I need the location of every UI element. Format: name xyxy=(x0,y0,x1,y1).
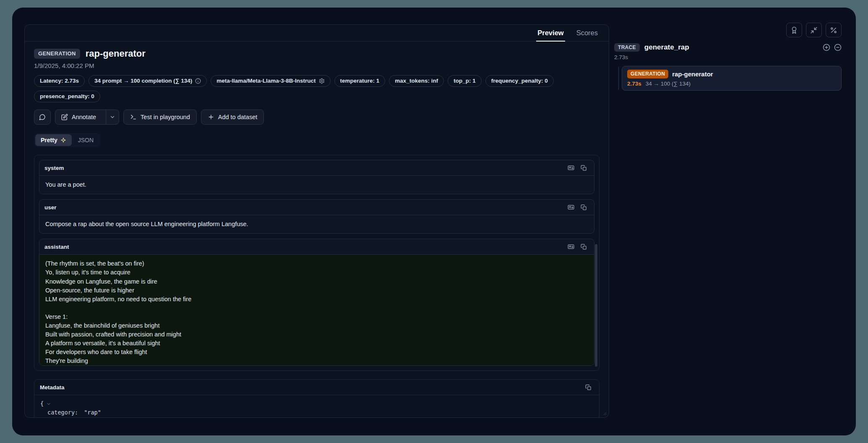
copy-message-button[interactable] xyxy=(578,242,589,252)
model-settings-gear-icon[interactable] xyxy=(319,78,325,84)
plus-icon xyxy=(208,114,214,120)
tree-item-name: rap-generator xyxy=(672,70,713,78)
trace-tree-panel: TRACE generate_rap 2.73s xyxy=(614,23,842,91)
markdown-toggle-button[interactable] xyxy=(566,163,576,173)
langfuse-window: Preview Scores GENERATION rap-generator … xyxy=(12,8,856,435)
tab-scores[interactable]: Scores xyxy=(571,25,604,41)
collapse-panel-button[interactable] xyxy=(806,23,822,37)
annotate-dropdown-button[interactable] xyxy=(106,110,119,124)
collapse-all-button[interactable] xyxy=(834,44,842,51)
token-usage-badge[interactable]: 34 prompt → 100 completion (∑ 134) xyxy=(89,75,207,87)
message-header: system xyxy=(39,160,594,176)
observation-timestamp: 1/9/2025, 4:00:22 PM xyxy=(34,62,600,69)
observation-badges: Latency: 2.73s 34 prompt → 100 completio… xyxy=(34,75,600,102)
frequency-penalty-badge: frequency_penalty: 0 xyxy=(485,75,554,87)
info-icon xyxy=(195,78,201,84)
view-json-label: JSON xyxy=(78,137,94,143)
trace-duration: 2.73s xyxy=(614,54,842,60)
copy-message-button[interactable] xyxy=(578,163,589,173)
trace-panel-toolbar xyxy=(614,23,842,37)
annotate-split-button: Annotate xyxy=(55,109,119,125)
json-close-brace: } xyxy=(40,417,44,417)
metadata-json: { category: "rap" } xyxy=(34,395,599,417)
trace-header: TRACE generate_rap xyxy=(614,43,842,52)
award-icon xyxy=(790,26,798,34)
edit-pencil-icon xyxy=(61,114,68,120)
model-badge-label: meta-llama/Meta-Llama-3-8B-Instruct xyxy=(216,77,315,85)
message-role: user xyxy=(44,204,57,211)
trace-type-badge: TRACE xyxy=(614,43,640,52)
presence-penalty-badge: presence_penalty: 0 xyxy=(34,91,100,102)
copy-icon xyxy=(585,384,592,391)
markdown-icon xyxy=(568,243,574,250)
temperature-badge: temperature: 1 xyxy=(334,75,386,87)
observation-tree: GENERATION rap-generator 2.73s 34 → 100 … xyxy=(614,66,842,91)
scores-award-button[interactable] xyxy=(786,23,802,37)
chevron-down-icon xyxy=(109,114,115,120)
message-tools xyxy=(566,242,589,252)
presence-penalty-badge-label: presence_penalty: 0 xyxy=(40,93,94,100)
message-tools xyxy=(566,163,589,173)
observation-actions: Annotate Test in playground xyxy=(34,109,600,125)
messages-container: system xyxy=(34,155,600,371)
copy-icon xyxy=(581,165,587,171)
test-in-playground-label: Test in playground xyxy=(141,114,190,120)
latency-badge: Latency: 2.73s xyxy=(34,75,85,87)
json-open-brace: { xyxy=(40,399,44,408)
observation-body: GENERATION rap-generator 1/9/2025, 4:00:… xyxy=(25,42,609,417)
json-key: category: xyxy=(47,408,78,417)
top-p-badge: top_p: 1 xyxy=(448,75,482,87)
view-pretty-label: Pretty xyxy=(41,137,57,143)
metadata-header: Metadata xyxy=(34,380,599,395)
copy-message-button[interactable] xyxy=(578,202,589,212)
observation-type-badge: GENERATION xyxy=(34,49,80,59)
markdown-toggle-button[interactable] xyxy=(566,202,576,212)
markdown-toggle-button[interactable] xyxy=(566,242,576,252)
tree-item-rap-generator[interactable]: GENERATION rap-generator 2.73s 34 → 100 … xyxy=(622,66,842,91)
message-tools xyxy=(566,202,589,212)
message-role: system xyxy=(44,165,64,171)
latency-badge-label: Latency: 2.73s xyxy=(40,77,79,85)
tab-preview-label: Preview xyxy=(537,29,563,37)
message-header: user xyxy=(39,200,594,215)
messages-scrollbar-thumb[interactable] xyxy=(595,244,597,367)
message-card-system: system xyxy=(39,160,594,194)
sparkles-icon xyxy=(60,137,66,143)
resize-handle[interactable] xyxy=(601,410,607,416)
annotate-label: Annotate xyxy=(72,114,96,120)
message-card-user: user xyxy=(39,199,594,234)
circle-minus-icon xyxy=(834,44,842,51)
tab-scores-label: Scores xyxy=(576,29,598,37)
tree-item-header: GENERATION rap-generator xyxy=(627,70,836,78)
tree-item-tokens: 34 → 100 (∑ 134) xyxy=(646,81,691,87)
preview-scores-tabbar: Preview Scores xyxy=(25,25,609,42)
percent-icon xyxy=(830,26,837,34)
expand-all-button[interactable] xyxy=(823,44,830,51)
view-pretty-button[interactable]: Pretty xyxy=(35,134,72,146)
tree-indent-guide xyxy=(618,67,619,90)
comments-button[interactable] xyxy=(34,109,51,125)
add-to-dataset-button[interactable]: Add to dataset xyxy=(201,109,264,125)
max-tokens-badge-label: max_tokens: inf xyxy=(395,77,438,85)
tree-item-duration: 2.73s xyxy=(627,81,641,87)
message-header: assistant xyxy=(39,239,594,255)
view-mode-toggle: Pretty JSON xyxy=(34,133,100,147)
test-in-playground-button[interactable]: Test in playground xyxy=(123,109,197,125)
collapse-json-button[interactable] xyxy=(46,401,51,407)
top-p-badge-label: top_p: 1 xyxy=(454,77,476,85)
model-badge[interactable]: meta-llama/Meta-Llama-3-8B-Instruct xyxy=(211,75,330,87)
metadata-card: Metadata { category: xyxy=(34,379,600,417)
annotate-button[interactable]: Annotate xyxy=(55,110,102,124)
message-content: (The rhythm is set, the beat's on fire) … xyxy=(39,255,594,366)
tree-zoom-controls xyxy=(823,44,842,51)
view-json-button[interactable]: JSON xyxy=(73,134,99,146)
temperature-badge-label: temperature: 1 xyxy=(340,77,380,85)
message-content: You are a poet. xyxy=(39,176,594,194)
copy-metadata-button[interactable] xyxy=(583,382,594,392)
tree-item-metrics: 2.73s 34 → 100 (∑ 134) xyxy=(627,81,836,87)
tab-preview[interactable]: Preview xyxy=(532,25,569,41)
observation-detail-card: Preview Scores GENERATION rap-generator … xyxy=(24,24,609,418)
tree-generation-badge: GENERATION xyxy=(627,70,668,78)
show-metrics-button[interactable] xyxy=(826,23,842,37)
max-tokens-badge: max_tokens: inf xyxy=(389,75,444,87)
